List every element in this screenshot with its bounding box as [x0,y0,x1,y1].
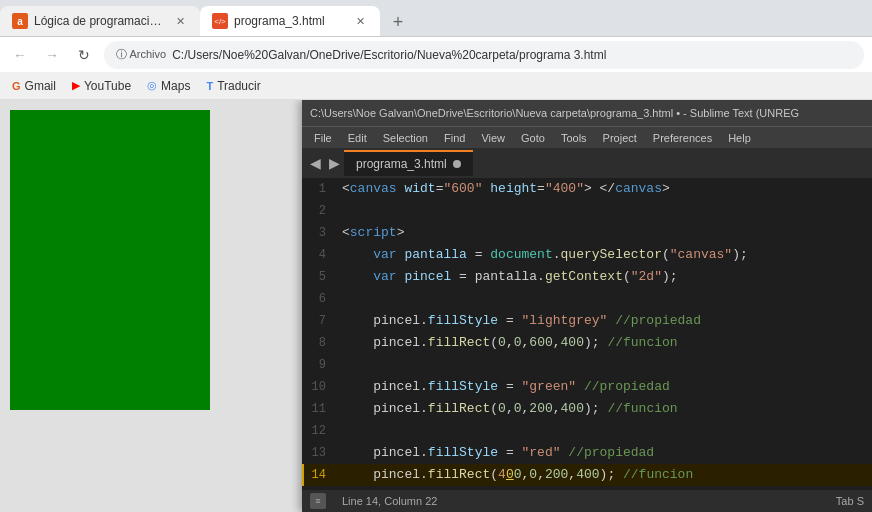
tab-programa[interactable]: </> programa_3.html ✕ [200,6,380,36]
menu-selection[interactable]: Selection [375,130,436,146]
editor-titlebar: C:\Users\Noe Galvan\OneDrive\Escritorio\… [302,100,872,126]
status-tab: Tab S [836,495,864,507]
tab-title-1: Lógica de programación: Practic... [34,14,166,28]
editor-tabs: ◀ ▶ programa_3.html [302,148,872,178]
translate-icon: T [206,80,213,92]
new-tab-button[interactable]: + [384,8,412,36]
bookmark-maps[interactable]: ◎ Maps [143,77,194,95]
editor-tab-modified-dot [453,160,461,168]
menu-tools[interactable]: Tools [553,130,595,146]
bookmark-gmail-label: Gmail [25,79,56,93]
address-text: C:/Users/Noe%20Galvan/OneDrive/Escritori… [172,48,606,62]
youtube-icon: ▶ [72,79,80,92]
code-area[interactable]: 1 <canvas widt="600" height="400"> </can… [302,178,872,490]
code-line-3: 3 <script> [302,222,872,244]
bookmark-youtube-label: YouTube [84,79,131,93]
canvas-preview [0,100,320,512]
address-bar: ← → ↻ ⓘ Archivo C:/Users/Noe%20Galvan/On… [0,36,872,72]
bookmarks-bar: G Gmail ▶ YouTube ◎ Maps T Traducir [0,72,872,100]
code-line-12: 12 [302,420,872,442]
code-lines: 1 <canvas widt="600" height="400"> </can… [302,178,872,490]
editor-menubar: File Edit Selection Find View Goto Tools… [302,126,872,148]
status-icon: ≡ [310,493,326,509]
bookmark-youtube[interactable]: ▶ YouTube [68,77,135,95]
editor-title-text: C:\Users\Noe Galvan\OneDrive\Escritorio\… [310,107,864,119]
code-line-5: 5 var pincel = pantalla.getContext("2d")… [302,266,872,288]
editor-nav-next[interactable]: ▶ [325,155,344,171]
code-line-8: 8 pincel.fillRect(0,0,600,400); //funcio… [302,332,872,354]
bookmark-gmail[interactable]: G Gmail [8,77,60,95]
address-lock-icon: ⓘ Archivo [116,47,166,62]
tab-title-2: programa_3.html [234,14,346,28]
browser-frame: a Lógica de programación: Practic... ✕ <… [0,0,872,512]
menu-project[interactable]: Project [595,130,645,146]
canvas-element [10,110,210,410]
maps-icon: ◎ [147,79,157,92]
menu-file[interactable]: File [306,130,340,146]
gmail-icon: G [12,80,21,92]
menu-edit[interactable]: Edit [340,130,375,146]
menu-help[interactable]: Help [720,130,759,146]
canvas-green-rect [10,110,210,410]
code-line-6: 6 [302,288,872,310]
code-line-13: 13 pincel.fillStyle = "red" //propiedad [302,442,872,464]
reload-button[interactable]: ↻ [72,43,96,67]
bookmark-translate[interactable]: T Traducir [202,77,264,95]
status-line-col: Line 14, Column 22 [342,495,437,507]
code-line-14: 14 pincel.fillRect(400,0,200,400); //fun… [302,464,872,486]
sublime-editor: C:\Users\Noe Galvan\OneDrive\Escritorio\… [302,100,872,512]
code-line-11: 11 pincel.fillRect(0,0,200,400); //funci… [302,398,872,420]
code-line-10: 10 pincel.fillStyle = "green" //propieda… [302,376,872,398]
tab-bar: a Lógica de programación: Practic... ✕ <… [0,0,872,36]
forward-button[interactable]: → [40,43,64,67]
code-line-7: 7 pincel.fillStyle = "lightgrey" //propi… [302,310,872,332]
tab-close-2[interactable]: ✕ [352,13,368,29]
menu-preferences[interactable]: Preferences [645,130,720,146]
tab-close-1[interactable]: ✕ [172,13,188,29]
menu-find[interactable]: Find [436,130,473,146]
tab-logica[interactable]: a Lógica de programación: Practic... ✕ [0,6,200,36]
tab-favicon-2: </> [212,13,228,29]
editor-tab-label: programa_3.html [356,157,447,171]
content-area: C:\Users\Noe Galvan\OneDrive\Escritorio\… [0,100,872,512]
bookmark-translate-label: Traducir [217,79,261,93]
code-line-9: 9 [302,354,872,376]
back-button[interactable]: ← [8,43,32,67]
code-line-1: 1 <canvas widt="600" height="400"> </can… [302,178,872,200]
code-line-2: 2 [302,200,872,222]
menu-view[interactable]: View [473,130,513,146]
code-line-4: 4 var pantalla = document.querySelector(… [302,244,872,266]
menu-goto[interactable]: Goto [513,130,553,146]
editor-tab-programa[interactable]: programa_3.html [344,150,473,176]
tab-favicon-1: a [12,13,28,29]
address-input[interactable]: ⓘ Archivo C:/Users/Noe%20Galvan/OneDrive… [104,41,864,69]
editor-statusbar: ≡ Line 14, Column 22 Tab S [302,490,872,512]
editor-nav-prev[interactable]: ◀ [306,155,325,171]
bookmark-maps-label: Maps [161,79,190,93]
